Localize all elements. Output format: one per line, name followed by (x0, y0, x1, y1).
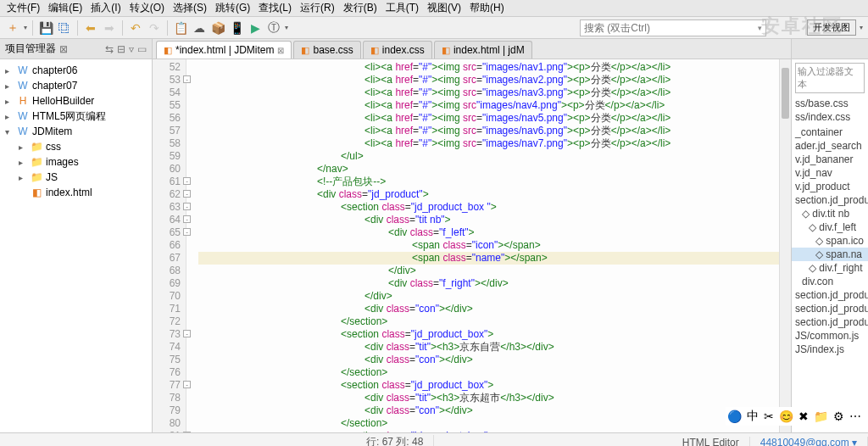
text-icon[interactable]: Ⓣ (266, 20, 281, 36)
bottom-icon-bar: 🔵中✂😊✖📁⚙⋯ (726, 407, 863, 426)
search-box[interactable]: ▾ (580, 20, 766, 36)
project-tree: ▸Wchapter06▸Wchapter07▸HHelloHBuilder▸WH… (0, 59, 152, 432)
tree-item[interactable]: ▸Wchapter07 (0, 78, 152, 93)
box-icon[interactable]: 📦 (210, 20, 225, 36)
tree-item[interactable]: ▸📁css (0, 139, 152, 154)
outline-item[interactable]: ◇ div.f_right (792, 261, 868, 275)
tree-item[interactable]: ▸📁JS (0, 170, 152, 185)
search-input[interactable] (584, 22, 758, 34)
outline-item[interactable]: JS/common.js (792, 329, 868, 343)
editor-tabs: ◧*index.html | JDMitem⊠◧base.css◧index.c… (153, 39, 791, 59)
outline-item[interactable]: ◇ div.tit nb (792, 207, 868, 220)
sync-icon[interactable]: ⊠ (59, 43, 68, 55)
menu-item[interactable]: 工具(T) (382, 0, 422, 17)
menubar: 文件(F)编辑(E)插入(I)转义(O)选择(S)跳转(G)查找(L)运行(R)… (0, 0, 868, 17)
scrollbar-vertical[interactable] (779, 59, 791, 432)
dropdown-icon[interactable]: ▾ (758, 24, 762, 32)
tray-icon[interactable]: 📁 (814, 410, 828, 423)
status-user[interactable]: 44810049@qq.com ▾ (750, 437, 868, 447)
menu-item[interactable]: 转义(O) (126, 0, 168, 17)
tree-item[interactable]: ▸WHTML5网页编程 (0, 109, 152, 124)
outline-item[interactable]: div.con (792, 275, 868, 288)
collapse-icon[interactable]: ⊟ (117, 43, 125, 55)
outline-item[interactable]: section.jd_product (792, 193, 868, 207)
outline-item[interactable]: ss/base.css (792, 97, 868, 110)
outline-item[interactable]: section.jd_product (792, 315, 868, 329)
tray-icon[interactable]: ⋯ (849, 410, 861, 423)
outline-item[interactable]: ader.jd_search (792, 139, 868, 153)
back-icon[interactable]: ⬅ (83, 20, 98, 36)
outline-item[interactable]: section.jd_product (792, 302, 868, 315)
project-panel-header: 项目管理器 ⊠ ⇆ ⊟ ▿ ▭ (0, 39, 152, 59)
close-icon[interactable]: ⊠ (277, 46, 284, 55)
save-icon[interactable]: 💾 (38, 20, 53, 36)
status-editor: HTML Editor (672, 437, 750, 447)
editor-tab[interactable]: ◧*index.html | JDMitem⊠ (156, 41, 292, 59)
tree-item[interactable]: ◧index.html (0, 185, 152, 200)
dev-view-button[interactable]: 开发视图 (807, 20, 856, 36)
editor-tab[interactable]: ◧index.css (363, 41, 432, 59)
redo-icon[interactable]: ↷ (147, 20, 162, 36)
outline-tree: ss/base.cssss/index.css_containerader.jd… (792, 97, 868, 432)
code-editor[interactable]: 5253-5455565758596061-62-63-64-65-666768… (153, 59, 791, 432)
menu-item[interactable]: 视图(V) (424, 0, 465, 17)
outline-item[interactable]: ◇ span.ico (792, 234, 868, 248)
project-panel: 项目管理器 ⊠ ⇆ ⊟ ▿ ▭ ▸Wchapter06▸Wchapter07▸H… (0, 39, 153, 432)
tray-icon[interactable]: ⚙ (833, 410, 844, 423)
menu-item[interactable]: 选择(S) (170, 0, 210, 17)
menu-item[interactable]: 查找(L) (255, 0, 295, 17)
toolbar: ＋▾ 💾 ⿻ ⬅ ➡ ↶ ↷ 📋 ☁ 📦 📱 ▶ Ⓣ▾ ▾ 开发视图 ▾ (0, 17, 868, 39)
outline-item[interactable]: ◇ div.f_left (792, 220, 868, 234)
editor-tab[interactable]: ◧base.css (293, 41, 360, 59)
menu-item[interactable]: 文件(F) (3, 0, 43, 17)
status-bar: 行: 67 列: 48 HTML Editor 44810049@qq.com … (0, 432, 868, 446)
outline-item[interactable]: _container (792, 125, 868, 139)
new-icon[interactable]: ＋ (5, 20, 20, 36)
link-icon[interactable]: ⇆ (105, 43, 114, 55)
save-all-icon[interactable]: ⿻ (57, 20, 72, 36)
outline-item[interactable]: v.jd_bananer (792, 153, 868, 166)
undo-icon[interactable]: ↶ (128, 20, 143, 36)
tray-icon[interactable]: 🔵 (727, 410, 742, 423)
scrollbar-thumb[interactable] (782, 68, 789, 119)
outline-item[interactable]: ◇ span.na (792, 248, 868, 261)
outline-item[interactable]: ss/index.css (792, 110, 868, 124)
menu-item[interactable]: 运行(R) (297, 0, 338, 17)
menu-item[interactable]: 插入(I) (87, 0, 124, 17)
code-content[interactable]: <li><a href="#"><img src="images/nav1.pn… (186, 59, 791, 432)
run-icon[interactable]: ▶ (248, 20, 263, 36)
menu-item[interactable]: 跳转(G) (212, 0, 253, 17)
outline-item[interactable]: v.jd_nav (792, 166, 868, 180)
outline-item[interactable]: v.jd_product (792, 180, 868, 193)
status-cursor: 行: 67 列: 48 (356, 435, 434, 446)
menu-item[interactable]: 帮助(H) (466, 0, 508, 17)
menu-icon[interactable]: ▿ (129, 43, 134, 55)
tree-item[interactable]: ▾WJDMitem (0, 124, 152, 139)
project-panel-title: 项目管理器 (5, 42, 56, 56)
menu-item[interactable]: 编辑(E) (45, 0, 86, 17)
editor-area: ◧*index.html | JDMitem⊠◧base.css◧index.c… (153, 39, 792, 432)
forward-icon[interactable]: ➡ (102, 20, 117, 36)
tree-item[interactable]: ▸Wchapter06 (0, 63, 152, 78)
tree-item[interactable]: ▸HHelloHBuilder (0, 93, 152, 109)
min-icon[interactable]: ▭ (137, 43, 147, 55)
tray-icon[interactable]: 中 (747, 409, 759, 424)
tree-item[interactable]: ▸📁images (0, 154, 152, 170)
outline-item[interactable]: JS/index.js (792, 343, 868, 356)
outline-header (792, 39, 868, 59)
outline-filter[interactable]: 输入过滤器文本 (795, 63, 865, 93)
tray-icon[interactable]: ✖ (798, 410, 809, 423)
phone-icon[interactable]: 📱 (229, 20, 244, 36)
tray-icon[interactable]: 😊 (779, 410, 793, 423)
cloud-icon[interactable]: ☁ (192, 20, 207, 36)
menu-item[interactable]: 发行(B) (340, 0, 381, 17)
outline-item[interactable]: section.jd_product (792, 288, 868, 302)
editor-tab[interactable]: ◧index.html | jdM (434, 41, 532, 59)
outline-panel: 输入过滤器文本 ss/base.cssss/index.css_containe… (792, 39, 868, 432)
line-gutter: 5253-5455565758596061-62-63-64-65-666768… (153, 59, 186, 432)
tray-icon[interactable]: ✂ (764, 410, 774, 423)
paste-icon[interactable]: 📋 (173, 20, 188, 36)
